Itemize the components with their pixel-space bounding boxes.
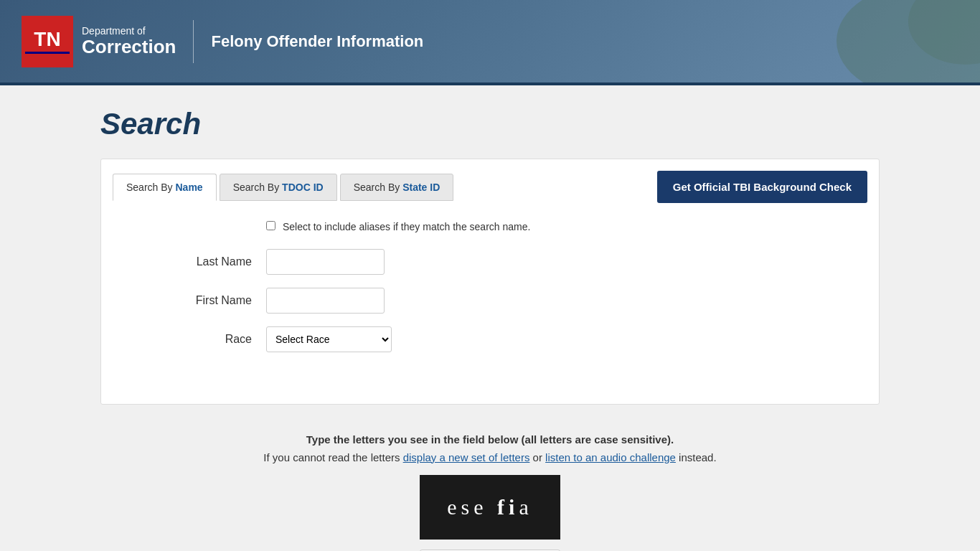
race-row: Race Select Race White Black Hispanic As… (123, 326, 857, 352)
tab-state-prefix: Search By (354, 182, 402, 193)
main-content: Search Search By Name Search By TDOC ID … (0, 85, 980, 551)
first-name-label: First Name (123, 294, 252, 307)
tab-tdoc-highlight: TDOC ID (282, 182, 324, 193)
race-label: Race (123, 333, 252, 346)
captcha-prefix: If you cannot read the letters (263, 451, 402, 463)
tab-name-highlight: Name (175, 182, 202, 193)
alias-row: Select to include aliases if they match … (266, 220, 857, 235)
captcha-letters: ese fia (447, 495, 532, 519)
last-name-row: Last Name (123, 249, 857, 275)
tab-state-highlight: State ID (402, 182, 440, 193)
alias-checkbox[interactable] (266, 221, 275, 230)
header-title: Felony Offender Information (211, 32, 423, 51)
first-name-input[interactable] (266, 288, 385, 314)
alias-label[interactable]: Select to include aliases if they match … (266, 221, 530, 232)
search-tabs: Search By Name Search By TDOC ID Search … (113, 174, 456, 201)
tab-search-by-tdoc[interactable]: Search By TDOC ID (220, 174, 337, 201)
form-area: Select to include aliases if they match … (101, 203, 879, 382)
last-name-input[interactable] (266, 249, 385, 275)
page-title: Search (100, 107, 880, 141)
header-divider (193, 20, 194, 63)
last-name-label: Last Name (123, 255, 252, 268)
captcha-image: ese fia (420, 475, 560, 540)
captcha-suffix: instead. (679, 451, 717, 463)
dept-label: Department of (82, 25, 176, 37)
logo-underline (25, 52, 70, 54)
site-header: TN Department of Correction Felony Offen… (0, 0, 980, 83)
captcha-or: or (533, 451, 546, 463)
captcha-links-line: If you cannot read the letters display a… (100, 451, 880, 463)
logo-tn-text: TN (34, 29, 60, 50)
captcha-section: Type the letters you see in the field be… (100, 426, 880, 551)
captcha-instruction: Type the letters you see in the field be… (100, 433, 880, 446)
race-select[interactable]: Select Race White Black Hispanic Asian N… (266, 326, 392, 352)
captcha-bold-letters: fi (497, 495, 519, 519)
captcha-instruction-bold: Type the letters you see in the field be… (306, 433, 674, 446)
tab-tdoc-prefix: Search By (233, 182, 282, 193)
audio-challenge-link[interactable]: listen to an audio challenge (545, 451, 676, 463)
correction-label: Correction (82, 37, 176, 57)
search-panel: Search By Name Search By TDOC ID Search … (100, 159, 880, 405)
first-name-row: First Name (123, 288, 857, 314)
alias-text: Select to include aliases if they match … (283, 221, 531, 232)
tab-search-by-state[interactable]: Search By State ID (340, 174, 454, 201)
tn-logo: TN (22, 16, 73, 67)
tab-name-prefix: Search By (126, 182, 175, 193)
header-dept-text: Department of Correction (82, 25, 176, 57)
display-new-letters-link[interactable]: display a new set of letters (403, 451, 530, 463)
tbi-background-check-button[interactable]: Get Official TBI Background Check (657, 171, 867, 203)
tab-search-by-name[interactable]: Search By Name (113, 174, 217, 201)
tabs-row: Search By Name Search By TDOC ID Search … (101, 159, 879, 203)
